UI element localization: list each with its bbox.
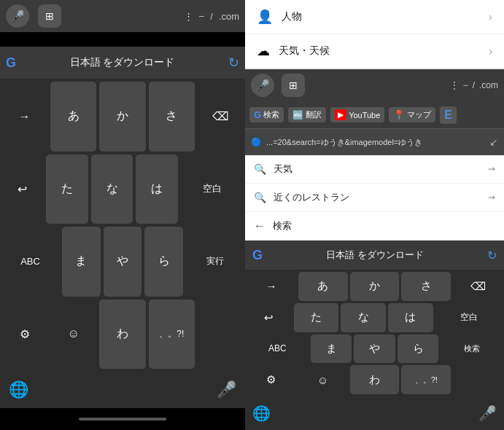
search-result-arrow-1: ↙ — [486, 163, 498, 176]
qr-button[interactable]: ⊞ — [38, 4, 61, 28]
home-bar — [79, 418, 166, 421]
search-result-restaurant[interactable]: 🔍 近くのレストラン ↙ — [245, 184, 504, 212]
key-space[interactable]: 空白 — [181, 155, 244, 224]
suggestion-weather[interactable]: ☁ 天気・天候 › — [245, 34, 504, 69]
r-key-ma[interactable]: ま — [311, 335, 352, 364]
r-key-backspace[interactable]: ⌫ — [453, 272, 503, 301]
right-mic-icon[interactable]: 🎤 — [478, 404, 497, 422]
right-key-rows: → あ か さ ⌫ ↩ た な は 空白 ABC ま や ら 検索 — [245, 270, 504, 396]
key-return[interactable]: ↩ — [1, 155, 43, 224]
right-key-row-2: ↩ た な は 空白 — [247, 303, 503, 332]
right-download-text: 日本語 をダウンロード — [326, 249, 424, 262]
key-execute[interactable]: 実行 — [186, 227, 244, 297]
right-qr-button[interactable]: ⊞ — [282, 74, 305, 97]
key-ha[interactable]: は — [136, 155, 177, 224]
edge-icon: E — [444, 109, 452, 122]
r-key-ra[interactable]: ら — [398, 335, 439, 364]
shortcut-youtube-label: YouTube — [349, 111, 380, 120]
r-key-punct[interactable]: 、。?! — [401, 365, 451, 394]
download-text: 日本語 をダウンロード — [70, 56, 175, 69]
r-key-na[interactable]: な — [341, 303, 386, 332]
key-wa[interactable]: わ — [99, 300, 145, 370]
r-key-settings[interactable]: ⚙ — [247, 365, 296, 394]
key-a[interactable]: あ — [50, 82, 96, 152]
shortcut-edge[interactable]: E — [440, 106, 457, 124]
globe-icon[interactable]: 🌐 — [9, 380, 28, 399]
person-icon: 👤 — [257, 9, 273, 25]
suggestions-area: 👤 人物 › ☁ 天気・天候 › — [245, 0, 504, 69]
search-back-label: 検索 — [273, 219, 292, 232]
url-bar[interactable]: 🔵 ...=20&search=ゆうき&imagemodel=ゆうき ↙ — [245, 129, 504, 155]
right-top-bar: 🎤 ⊞ ⋮ − / .com — [245, 69, 504, 101]
key-ta[interactable]: た — [46, 155, 88, 224]
search-result-text-1: 天気 — [274, 163, 481, 176]
suggestion-person[interactable]: 👤 人物 › — [245, 0, 504, 34]
key-sa[interactable]: さ — [149, 82, 195, 152]
key-na[interactable]: な — [91, 155, 133, 224]
left-key-rows: → あ か さ ⌫ ↩ た な は 空白 ABC ま や ら 実行 — [0, 79, 245, 372]
search-back-row[interactable]: ← 検索 — [245, 212, 504, 241]
weather-icon: ☁ — [257, 43, 270, 59]
search-result-text-2: 近くのレストラン — [274, 191, 481, 204]
key-empty — [198, 300, 244, 370]
left-top-bar: 🎤 ⊞ ⋮ − / .com — [0, 0, 245, 32]
r-key-space[interactable]: 空白 — [435, 303, 503, 332]
shortcut-google-label: 検索 — [263, 109, 279, 120]
shortcut-google[interactable]: G 検索 — [249, 107, 284, 122]
key-arrow-right[interactable]: → — [1, 82, 47, 152]
r-key-ka[interactable]: か — [350, 272, 400, 301]
right-dash: − — [463, 80, 468, 90]
mic-button[interactable]: 🎤 — [6, 4, 29, 28]
shortcut-maps[interactable]: 📍 マップ — [389, 107, 435, 122]
left-top-right-icons: ⋮ − / .com — [184, 11, 239, 22]
suggestion-weather-text: 天気・天候 — [279, 44, 480, 58]
right-dotcom[interactable]: .com — [479, 80, 498, 90]
keyboard-mic-icon[interactable]: 🎤 — [217, 380, 236, 399]
left-keyboard: G 日本語 をダウンロード ↻ → あ か さ ⌫ ↩ た な は 空白 — [0, 47, 245, 408]
r-key-abc[interactable]: ABC — [247, 335, 309, 364]
search-result-weather[interactable]: 🔍 天気 ↙ — [245, 155, 504, 184]
youtube-icon: ▶ — [335, 109, 346, 120]
key-emoji[interactable]: ☺ — [50, 300, 96, 370]
r-key-return[interactable]: ↩ — [247, 303, 292, 332]
r-key-sa[interactable]: さ — [401, 272, 451, 301]
suggestion-person-arrow: › — [489, 11, 492, 23]
r-key-a[interactable]: あ — [298, 272, 348, 301]
key-ya[interactable]: や — [104, 227, 142, 297]
left-top-icons: 🎤 ⊞ — [6, 4, 61, 28]
right-top-icons-left: 🎤 ⊞ — [251, 74, 305, 97]
right-refresh-icon[interactable]: ↻ — [487, 249, 497, 262]
right-keyboard-bottom: 🌐 🎤 — [245, 396, 504, 430]
key-backspace[interactable]: ⌫ — [198, 82, 244, 152]
refresh-icon[interactable]: ↻ — [228, 55, 239, 71]
r-key-ha[interactable]: は — [388, 303, 433, 332]
r-key-emoji[interactable]: ☺ — [298, 365, 348, 394]
dotcom-label[interactable]: .com — [219, 11, 239, 22]
key-ma[interactable]: ま — [62, 227, 101, 297]
r-key-ya[interactable]: や — [354, 335, 395, 364]
shortcut-translate[interactable]: 🔤 翻訳 — [288, 107, 326, 122]
key-ra[interactable]: ら — [144, 227, 183, 297]
key-punct[interactable]: 、。?! — [149, 300, 195, 370]
url-back-icon[interactable]: ↙ — [489, 136, 498, 148]
right-key-row-3: ABC ま や ら 検索 — [247, 335, 503, 364]
r-key-arrow[interactable]: → — [247, 272, 296, 301]
shortcut-maps-label: マップ — [407, 109, 431, 120]
r-key-wa[interactable]: わ — [350, 365, 400, 394]
key-row-4: ⚙ ☺ わ 、。?! — [1, 300, 244, 370]
r-key-search[interactable]: 検索 — [441, 335, 503, 364]
search-results: 🔍 天気 ↙ 🔍 近くのレストラン ↙ — [245, 155, 504, 212]
key-ka[interactable]: か — [99, 82, 145, 152]
key-settings[interactable]: ⚙ — [1, 300, 47, 370]
shortcut-youtube[interactable]: ▶ YouTube — [330, 107, 384, 122]
left-keyboard-bottom: 🌐 🎤 — [0, 372, 245, 408]
back-icon[interactable]: ← — [254, 219, 265, 232]
left-panel: 🎤 ⊞ ⋮ − / .com G 日本語 をダウンロード ↻ → あ か さ — [0, 0, 245, 430]
search-icon-2: 🔍 — [254, 192, 266, 203]
right-mic-button[interactable]: 🎤 — [251, 74, 274, 97]
r-key-ta[interactable]: た — [294, 303, 339, 332]
dots-icon: ⋮ — [184, 11, 193, 22]
search-icon-1: 🔍 — [254, 163, 266, 175]
key-abc[interactable]: ABC — [1, 227, 59, 297]
right-globe-icon[interactable]: 🌐 — [252, 404, 271, 422]
